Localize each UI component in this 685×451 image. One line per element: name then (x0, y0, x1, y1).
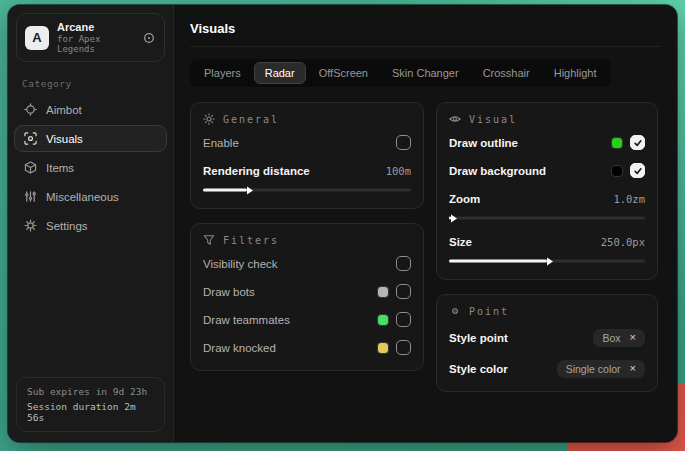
draw-knocked-row: Draw knocked (203, 337, 411, 358)
draw-bots-checkbox[interactable] (396, 284, 411, 299)
sidebar-item-label: Items (46, 162, 74, 174)
draw-teammates-row: Draw teammates (203, 309, 411, 330)
draw-bots-color-swatch[interactable] (377, 286, 389, 298)
draw-outline-checkbox[interactable] (630, 135, 645, 150)
draw-teammates-label: Draw teammates (203, 314, 290, 326)
left-column: General Enable Rendering distance 100m (190, 102, 424, 371)
visuals-tab-bar: Players Radar OffScreen Skin Changer Cro… (190, 59, 611, 87)
style-point-value: Box (602, 332, 620, 344)
draw-knocked-color-swatch[interactable] (377, 342, 389, 354)
gear-icon (24, 219, 37, 232)
visibility-check-checkbox[interactable] (396, 256, 411, 271)
draw-knocked-checkbox[interactable] (396, 340, 411, 355)
draw-bots-row: Draw bots (203, 281, 411, 302)
subscription-status-card: Sub expires in 9d 23h Session duration 2… (16, 377, 165, 432)
general-panel-title: General (223, 114, 279, 125)
visibility-check-row: Visibility check (203, 253, 411, 274)
rendering-distance-label: Rendering distance (203, 165, 310, 177)
draw-teammates-color-swatch[interactable] (377, 314, 389, 326)
style-color-label: Style color (449, 363, 508, 375)
tab-skin-changer[interactable]: Skin Changer (381, 62, 470, 84)
sidebar-item-visuals[interactable]: Visuals (14, 125, 167, 152)
filters-panel-header: Filters (203, 234, 411, 246)
app-logo: A (25, 26, 49, 50)
rendering-distance-value: 100m (386, 165, 411, 177)
sidebar-item-label: Settings (46, 220, 88, 232)
arcane-app-window: A Arcane for Apex Legends Category (8, 5, 677, 442)
sidebar-item-label: Miscellaneous (46, 191, 119, 203)
app-subtitle: for Apex Legends (57, 34, 134, 54)
slider-thumb[interactable] (247, 186, 253, 194)
session-duration-text: Session duration 2m 56s (27, 401, 154, 423)
zoom-value: 1.0zm (613, 193, 645, 205)
rendering-distance-slider[interactable] (203, 184, 411, 196)
tab-players[interactable]: Players (193, 62, 252, 84)
visual-panel-title: Visual (469, 114, 517, 125)
tab-radar[interactable]: Radar (254, 62, 306, 84)
slider-fill (203, 189, 247, 192)
sidebar-item-settings[interactable]: Settings (14, 212, 167, 239)
zoom-label: Zoom (449, 193, 480, 205)
brand-card: A Arcane for Apex Legends (16, 13, 165, 62)
enable-checkbox[interactable] (396, 135, 411, 150)
clear-icon[interactable]: × (630, 363, 636, 374)
sidebar-item-miscellaneous[interactable]: Miscellaneous (14, 183, 167, 210)
brand-text: Arcane for Apex Legends (57, 21, 134, 54)
enable-row: Enable (203, 132, 411, 153)
check-icon (633, 166, 643, 176)
slider-fill (449, 217, 451, 220)
general-panel: General Enable Rendering distance 100m (190, 102, 424, 209)
zoom-slider[interactable] (449, 212, 645, 224)
style-color-value: Single color (566, 363, 621, 375)
main-content: Visuals Players Radar OffScreen Skin Cha… (174, 5, 677, 442)
sidebar: A Arcane for Apex Legends Category (8, 5, 174, 442)
sidebar-item-label: Visuals (46, 133, 83, 145)
enable-label: Enable (203, 137, 239, 149)
sliders-icon (24, 190, 37, 203)
draw-background-color-swatch[interactable] (611, 165, 623, 177)
size-value: 250.0px (601, 236, 645, 248)
size-label: Size (449, 236, 472, 248)
crosshair-icon (24, 103, 37, 116)
eye-icon (449, 113, 461, 125)
point-icon (449, 305, 461, 317)
sidebar-item-items[interactable]: Items (14, 154, 167, 181)
point-panel-header: Point (449, 305, 645, 317)
filters-panel-title: Filters (223, 235, 279, 246)
draw-outline-label: Draw outline (449, 137, 518, 149)
target-icon[interactable] (142, 31, 156, 45)
style-color-row: Style color Single color × (449, 358, 645, 379)
tab-highlight[interactable]: Highlight (543, 62, 608, 84)
category-label: Category (22, 78, 159, 89)
size-slider[interactable] (449, 255, 645, 267)
slider-fill (449, 260, 547, 263)
sub-expires-text: Sub expires in 9d 23h (27, 386, 154, 397)
slider-track (449, 217, 645, 220)
sun-icon (203, 113, 215, 125)
draw-background-checkbox[interactable] (630, 163, 645, 178)
tab-crosshair[interactable]: Crosshair (472, 62, 541, 84)
size-row: Size 250.0px (449, 231, 645, 252)
app-title: Arcane (57, 21, 134, 33)
draw-teammates-checkbox[interactable] (396, 312, 411, 327)
tab-offscreen[interactable]: OffScreen (308, 62, 379, 84)
slider-thumb[interactable] (451, 214, 457, 222)
rendering-distance-row: Rendering distance 100m (203, 160, 411, 181)
sidebar-item-aimbot[interactable]: Aimbot (14, 96, 167, 123)
style-point-label: Style point (449, 332, 508, 344)
style-point-row: Style point Box × (449, 327, 645, 348)
style-point-select[interactable]: Box × (593, 329, 645, 347)
clear-icon[interactable]: × (630, 332, 636, 343)
slider-thumb[interactable] (547, 257, 553, 265)
filters-panel: Filters Visibility check Draw bots (190, 223, 424, 371)
zoom-row: Zoom 1.0zm (449, 188, 645, 209)
draw-outline-color-swatch[interactable] (611, 137, 623, 149)
desktop-background: A Arcane for Apex Legends Category (0, 0, 685, 451)
cube-icon (24, 161, 37, 174)
general-panel-header: General (203, 113, 411, 125)
check-icon (633, 138, 643, 148)
sidebar-item-label: Aimbot (46, 104, 82, 116)
draw-outline-row: Draw outline (449, 132, 645, 153)
panel-columns: General Enable Rendering distance 100m (190, 102, 661, 392)
style-color-select[interactable]: Single color × (557, 360, 645, 378)
